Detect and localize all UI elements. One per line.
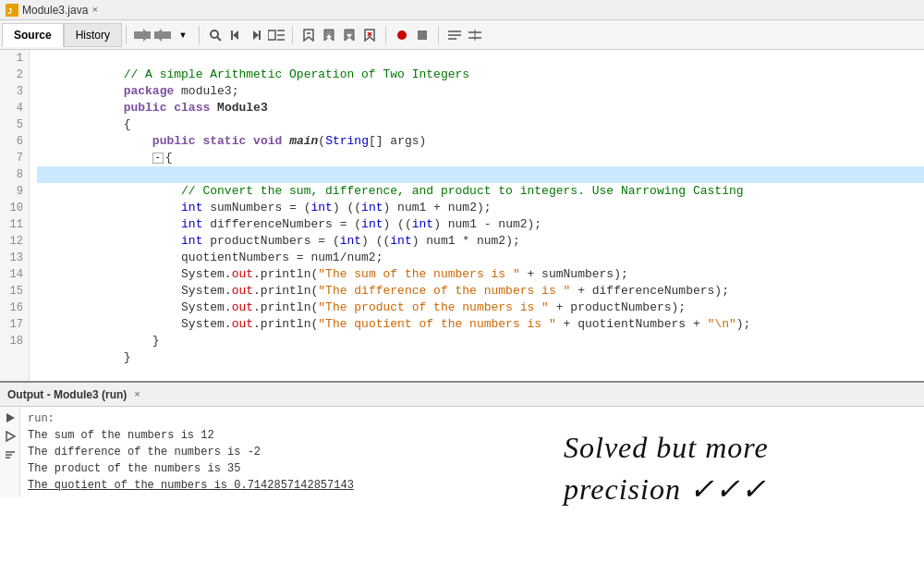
output-line-run: run:	[28, 410, 917, 427]
next-bookmark-btn[interactable]	[339, 25, 359, 45]
title-filename: Module3.java	[22, 4, 88, 17]
svg-text:J: J	[7, 6, 12, 16]
dropdown-btn[interactable]: ▾	[173, 25, 193, 45]
align-btn[interactable]	[465, 25, 485, 45]
output-panel: Output - Module3 (run) ×	[0, 383, 924, 497]
line-number-12: 12	[6, 233, 23, 250]
svg-rect-4	[147, 31, 151, 39]
clear-bookmark-icon	[363, 29, 376, 42]
code-line-16: System.out.println("The quotient of the …	[37, 300, 924, 316]
stop-icon	[417, 30, 428, 41]
code-line-1: // A simple Arithmetic Operation of Two …	[37, 50, 924, 67]
code-line-18: }	[37, 333, 924, 349]
code-line-10: int differenceNumbers = (int) ((int) num…	[37, 200, 924, 216]
next-bookmark-icon	[343, 29, 356, 42]
output-sidebar	[0, 407, 20, 497]
code-line-8: // Convert the sum, difference, and prod…	[37, 166, 924, 183]
title-bar: J Module3.java ×	[0, 0, 924, 20]
line-number-16: 16	[6, 300, 23, 316]
prev-bookmark-btn[interactable]	[319, 25, 339, 45]
line-number-4: 4	[6, 100, 23, 116]
search-icon	[209, 29, 222, 42]
output-line-4: The quotient of the numbers is 0.7142857…	[28, 477, 917, 494]
align-icon	[468, 29, 482, 42]
output-close-btn[interactable]: ×	[134, 389, 140, 400]
line-numbers: 1 2 3 4 5 6 7 8 9 10 11 12 13 14 15 16 1…	[0, 50, 30, 381]
output-line-2: The difference of the numbers is -2	[28, 444, 917, 460]
toggle-bookmarks-btn[interactable]	[298, 25, 319, 45]
line-number-8: 8	[6, 166, 23, 183]
code-line-11: int productNumbers = (int) ((int) num1 *…	[37, 216, 924, 233]
svg-marker-35	[6, 413, 15, 422]
source-tab[interactable]: Source	[2, 23, 64, 47]
svg-rect-7	[154, 31, 158, 39]
line-number-11: 11	[6, 216, 23, 233]
run-output-btn[interactable]	[3, 410, 18, 425]
output-line-3: The product of the numbers is 35	[28, 460, 917, 477]
wrap-output-btn[interactable]	[3, 447, 18, 462]
line-number-10: 10	[6, 200, 23, 216]
back-btn[interactable]	[132, 25, 152, 45]
title-close-btn[interactable]: ×	[91, 5, 98, 16]
next-match-icon	[249, 29, 262, 42]
toolbar-search-group	[205, 25, 286, 45]
line-number-1: 1	[6, 50, 23, 67]
toolbar: Source History ▾	[0, 20, 924, 50]
code-lines: // A simple Arithmetic Operation of Two …	[30, 50, 924, 381]
toolbar-misc-group	[444, 25, 485, 45]
code-line-14: System.out.println("The difference of th…	[37, 266, 924, 283]
stop-btn[interactable]	[412, 25, 432, 45]
svg-rect-11	[231, 31, 233, 40]
toolbar-separator-5	[438, 26, 439, 44]
svg-rect-13	[259, 31, 261, 40]
svg-marker-10	[233, 31, 238, 40]
record-btn[interactable]	[392, 25, 412, 45]
prev-match-btn[interactable]	[225, 25, 246, 45]
bookmark-icon	[302, 29, 315, 42]
fwd-icon	[154, 29, 171, 42]
code-line-17: }	[37, 316, 924, 333]
svg-point-27	[397, 31, 407, 40]
java-file-icon: J	[6, 4, 18, 17]
more-btn[interactable]	[444, 25, 465, 45]
history-tab[interactable]: History	[64, 23, 122, 47]
fwd-btn[interactable]	[152, 25, 173, 45]
code-line-12: quotientNumbers = num1/num2;	[37, 233, 924, 250]
editor-area: 1 2 3 4 5 6 7 8 9 10 11 12 13 14 15 16 1…	[0, 50, 924, 383]
toolbar-separator-2	[199, 26, 200, 44]
play-outline-icon	[5, 431, 16, 442]
toolbar-nav-group: ▾	[132, 25, 193, 45]
search-match-btn[interactable]	[266, 25, 286, 45]
svg-marker-18	[304, 30, 313, 41]
output-line-1: The sum of the numbers is 12	[28, 427, 917, 444]
svg-line-9	[217, 37, 221, 41]
code-line-4: {	[37, 100, 924, 116]
svg-rect-2	[134, 31, 143, 39]
line-number-17: 17	[6, 316, 23, 333]
toolbar-separator-3	[292, 26, 293, 44]
search-btn[interactable]	[205, 25, 225, 45]
next-match-btn[interactable]	[246, 25, 266, 45]
line-number-13: 13	[6, 250, 23, 266]
line-number-7: 7	[6, 150, 23, 166]
line-number-14: 14	[6, 266, 23, 283]
output-body: run: The sum of the numbers is 12 The di…	[0, 407, 924, 497]
svg-point-8	[211, 31, 218, 38]
code-line-3: public class Module3	[37, 83, 924, 100]
line-number-2: 2	[6, 67, 23, 83]
svg-marker-36	[6, 432, 15, 441]
line-number-18: 18	[6, 333, 23, 349]
play-small-icon	[5, 412, 16, 423]
line-number-9: 9	[6, 183, 23, 200]
svg-marker-12	[253, 31, 259, 40]
line-number-5: 5	[6, 116, 23, 133]
play-output-btn[interactable]	[3, 429, 18, 444]
prev-bookmark-icon	[322, 29, 335, 42]
code-line-5: public static void main(String[] args)	[37, 116, 924, 133]
toolbar-separator-4	[385, 26, 386, 44]
clear-bookmark-btn[interactable]	[359, 25, 380, 45]
output-content: run: The sum of the numbers is 12 The di…	[20, 407, 924, 497]
prev-match-icon	[229, 29, 242, 42]
svg-rect-28	[418, 31, 427, 40]
code-container[interactable]: 1 2 3 4 5 6 7 8 9 10 11 12 13 14 15 16 1…	[0, 50, 924, 381]
